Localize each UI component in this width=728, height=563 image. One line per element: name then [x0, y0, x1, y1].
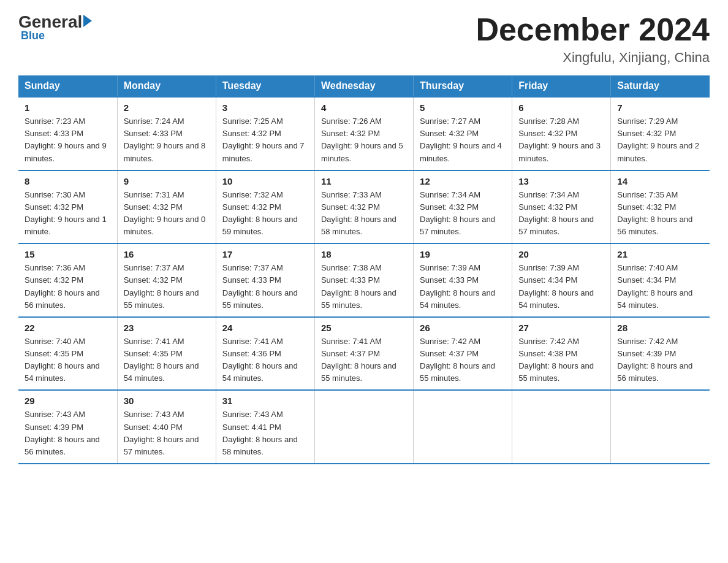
calendar-cell: 9Sunrise: 7:31 AMSunset: 4:32 PMDaylight…: [117, 170, 216, 244]
day-info: Sunrise: 7:42 AMSunset: 4:37 PMDaylight:…: [420, 335, 506, 385]
day-number: 11: [321, 176, 407, 186]
calendar-cell: [414, 390, 512, 464]
day-number: 2: [124, 102, 210, 113]
calendar-cell: 30Sunrise: 7:43 AMSunset: 4:40 PMDayligh…: [117, 390, 216, 464]
calendar-week-row: 22Sunrise: 7:40 AMSunset: 4:35 PMDayligh…: [18, 317, 710, 391]
day-info: Sunrise: 7:37 AMSunset: 4:32 PMDaylight:…: [124, 262, 210, 312]
calendar-cell: 17Sunrise: 7:37 AMSunset: 4:33 PMDayligh…: [216, 243, 314, 317]
calendar-week-row: 29Sunrise: 7:43 AMSunset: 4:39 PMDayligh…: [18, 390, 710, 464]
day-number: 31: [222, 396, 308, 406]
calendar-cell: [314, 390, 413, 464]
calendar-week-row: 8Sunrise: 7:30 AMSunset: 4:32 PMDaylight…: [18, 170, 710, 244]
month-title: December 2024: [476, 12, 710, 47]
calendar-cell: 20Sunrise: 7:39 AMSunset: 4:34 PMDayligh…: [512, 243, 611, 317]
day-info: Sunrise: 7:41 AMSunset: 4:36 PMDaylight:…: [222, 335, 308, 385]
day-info: Sunrise: 7:28 AMSunset: 4:32 PMDaylight:…: [518, 115, 604, 165]
day-info: Sunrise: 7:31 AMSunset: 4:32 PMDaylight:…: [124, 189, 210, 239]
day-info: Sunrise: 7:37 AMSunset: 4:33 PMDaylight:…: [222, 262, 308, 312]
calendar-cell: 7Sunrise: 7:29 AMSunset: 4:32 PMDaylight…: [611, 97, 710, 170]
column-header-thursday: Thursday: [414, 75, 512, 97]
calendar-cell: 12Sunrise: 7:34 AMSunset: 4:32 PMDayligh…: [414, 170, 512, 244]
calendar-cell: 2Sunrise: 7:24 AMSunset: 4:33 PMDaylight…: [117, 97, 216, 170]
day-number: 3: [222, 102, 308, 113]
day-number: 24: [222, 323, 308, 333]
calendar-cell: 4Sunrise: 7:26 AMSunset: 4:32 PMDaylight…: [314, 97, 413, 170]
day-info: Sunrise: 7:42 AMSunset: 4:39 PMDaylight:…: [617, 335, 703, 385]
day-info: Sunrise: 7:32 AMSunset: 4:32 PMDaylight:…: [222, 189, 308, 239]
column-header-sunday: Sunday: [18, 75, 117, 97]
day-number: 25: [321, 323, 407, 333]
day-number: 4: [321, 102, 407, 113]
calendar-cell: 6Sunrise: 7:28 AMSunset: 4:32 PMDaylight…: [512, 97, 611, 170]
calendar-cell: 3Sunrise: 7:25 AMSunset: 4:32 PMDaylight…: [216, 97, 314, 170]
day-number: 16: [124, 249, 210, 259]
calendar-week-row: 15Sunrise: 7:36 AMSunset: 4:32 PMDayligh…: [18, 243, 710, 317]
calendar-cell: 28Sunrise: 7:42 AMSunset: 4:39 PMDayligh…: [611, 317, 710, 391]
calendar-cell: 14Sunrise: 7:35 AMSunset: 4:32 PMDayligh…: [611, 170, 710, 244]
day-info: Sunrise: 7:43 AMSunset: 4:41 PMDaylight:…: [222, 408, 308, 458]
day-info: Sunrise: 7:25 AMSunset: 4:32 PMDaylight:…: [222, 115, 308, 165]
calendar-cell: 26Sunrise: 7:42 AMSunset: 4:37 PMDayligh…: [414, 317, 512, 391]
calendar-cell: 31Sunrise: 7:43 AMSunset: 4:41 PMDayligh…: [216, 390, 314, 464]
calendar-cell: 29Sunrise: 7:43 AMSunset: 4:39 PMDayligh…: [18, 390, 117, 464]
calendar-cell: 19Sunrise: 7:39 AMSunset: 4:33 PMDayligh…: [414, 243, 512, 317]
column-header-tuesday: Tuesday: [216, 75, 314, 97]
day-info: Sunrise: 7:26 AMSunset: 4:32 PMDaylight:…: [321, 115, 407, 165]
calendar-cell: 8Sunrise: 7:30 AMSunset: 4:32 PMDaylight…: [18, 170, 117, 244]
day-number: 18: [321, 249, 407, 259]
calendar-cell: [611, 390, 710, 464]
calendar-table: SundayMondayTuesdayWednesdayThursdayFrid…: [18, 75, 710, 464]
day-info: Sunrise: 7:42 AMSunset: 4:38 PMDaylight:…: [518, 335, 604, 385]
day-info: Sunrise: 7:35 AMSunset: 4:32 PMDaylight:…: [617, 189, 703, 239]
calendar-cell: 25Sunrise: 7:41 AMSunset: 4:37 PMDayligh…: [314, 317, 413, 391]
day-number: 20: [518, 249, 604, 259]
day-number: 12: [420, 176, 506, 186]
logo: General Blue: [18, 12, 92, 42]
day-number: 29: [25, 396, 111, 406]
calendar-cell: [512, 390, 611, 464]
day-number: 17: [222, 249, 308, 259]
calendar-cell: 24Sunrise: 7:41 AMSunset: 4:36 PMDayligh…: [216, 317, 314, 391]
day-info: Sunrise: 7:40 AMSunset: 4:35 PMDaylight:…: [25, 335, 111, 385]
day-number: 13: [518, 176, 604, 186]
day-info: Sunrise: 7:34 AMSunset: 4:32 PMDaylight:…: [420, 189, 506, 239]
day-number: 26: [420, 323, 506, 333]
day-info: Sunrise: 7:43 AMSunset: 4:40 PMDaylight:…: [124, 408, 210, 458]
day-info: Sunrise: 7:30 AMSunset: 4:32 PMDaylight:…: [25, 189, 111, 239]
day-info: Sunrise: 7:38 AMSunset: 4:33 PMDaylight:…: [321, 262, 407, 312]
day-info: Sunrise: 7:41 AMSunset: 4:35 PMDaylight:…: [124, 335, 210, 385]
calendar-header-row: SundayMondayTuesdayWednesdayThursdayFrid…: [18, 75, 710, 97]
day-number: 23: [124, 323, 210, 333]
page-header: General Blue December 2024 Xingfulu, Xin…: [18, 12, 710, 66]
calendar-week-row: 1Sunrise: 7:23 AMSunset: 4:33 PMDaylight…: [18, 97, 710, 170]
day-info: Sunrise: 7:39 AMSunset: 4:33 PMDaylight:…: [420, 262, 506, 312]
day-info: Sunrise: 7:23 AMSunset: 4:33 PMDaylight:…: [25, 115, 111, 165]
day-number: 7: [617, 102, 703, 113]
day-number: 6: [518, 102, 604, 113]
day-number: 22: [25, 323, 111, 333]
day-info: Sunrise: 7:41 AMSunset: 4:37 PMDaylight:…: [321, 335, 407, 385]
calendar-cell: 10Sunrise: 7:32 AMSunset: 4:32 PMDayligh…: [216, 170, 314, 244]
calendar-cell: 15Sunrise: 7:36 AMSunset: 4:32 PMDayligh…: [18, 243, 117, 317]
calendar-cell: 13Sunrise: 7:34 AMSunset: 4:32 PMDayligh…: [512, 170, 611, 244]
day-number: 21: [617, 249, 703, 259]
day-number: 10: [222, 176, 308, 186]
day-number: 9: [124, 176, 210, 186]
calendar-cell: 23Sunrise: 7:41 AMSunset: 4:35 PMDayligh…: [117, 317, 216, 391]
day-number: 19: [420, 249, 506, 259]
column-header-monday: Monday: [117, 75, 216, 97]
title-block: December 2024 Xingfulu, Xinjiang, China: [476, 12, 710, 66]
calendar-cell: 22Sunrise: 7:40 AMSunset: 4:35 PMDayligh…: [18, 317, 117, 391]
day-number: 28: [617, 323, 703, 333]
day-number: 8: [25, 176, 111, 186]
day-info: Sunrise: 7:27 AMSunset: 4:32 PMDaylight:…: [420, 115, 506, 165]
calendar-cell: 16Sunrise: 7:37 AMSunset: 4:32 PMDayligh…: [117, 243, 216, 317]
day-info: Sunrise: 7:34 AMSunset: 4:32 PMDaylight:…: [518, 189, 604, 239]
day-info: Sunrise: 7:29 AMSunset: 4:32 PMDaylight:…: [617, 115, 703, 165]
day-info: Sunrise: 7:39 AMSunset: 4:34 PMDaylight:…: [518, 262, 604, 312]
day-number: 1: [25, 102, 111, 113]
column-header-saturday: Saturday: [611, 75, 710, 97]
logo-blue-text: Blue: [21, 29, 45, 42]
day-number: 30: [124, 396, 210, 406]
location: Xingfulu, Xinjiang, China: [476, 50, 710, 66]
